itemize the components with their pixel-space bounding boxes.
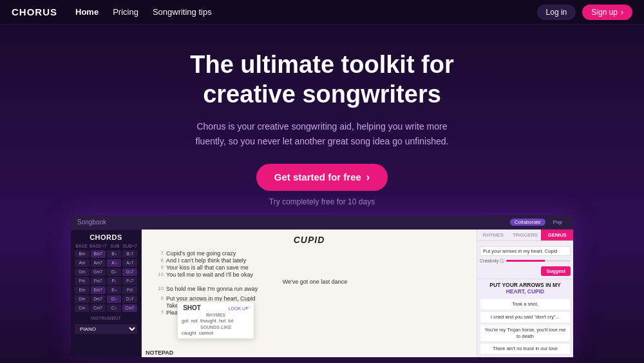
ai-suggestion-item[interactable]: There ain't no truce in our love	[480, 343, 571, 355]
chord-cell[interactable]: Em7	[91, 286, 106, 294]
ai-creativity-control: Creativity ⓘ	[480, 258, 571, 264]
chord-cell[interactable]: Cm	[75, 304, 90, 312]
chord-cell[interactable]: B♭7	[122, 250, 137, 258]
rhymes-label: RHYMES	[182, 313, 250, 317]
lyric-line: 10 You tell me to wait and I'll be okay	[155, 271, 464, 278]
hero-description: Chorus is your creative songwriting aid,…	[187, 119, 457, 148]
ai-result-title: PUT YOUR ARROWS IN MY HEART, CUPID	[477, 279, 573, 297]
chord-cell[interactable]: Gm	[75, 268, 90, 276]
rhymes-list: got not thought hot lot	[182, 318, 250, 324]
chord-cell[interactable]: Fct	[122, 286, 137, 294]
ai-input-field[interactable]	[480, 246, 571, 256]
nav-link-pricing[interactable]: Pricing	[113, 7, 138, 17]
chord-cell[interactable]: E♭	[107, 286, 122, 294]
chord-cell[interactable]: A♭7	[122, 259, 137, 267]
chord-row: Bm Bm7 B♭ B♭7	[75, 250, 137, 258]
creativity-slider[interactable]	[506, 260, 571, 262]
preview-content-area: CHORDS BASE BASE+7 SUB SUB+7 Bm Bm7 B♭ B…	[71, 230, 573, 357]
chord-cell[interactable]: Dm	[75, 295, 90, 303]
lyric-line: We've got one last dance	[155, 279, 464, 285]
tooltip-word: SHOT Look up	[182, 304, 250, 311]
ai-tab-rhymes[interactable]: RHYMES	[477, 230, 509, 240]
chord-header-base: BASE	[75, 244, 88, 248]
lyric-line: 7 Cupid's got me going crazy	[155, 250, 464, 257]
nav-actions: Log in Sign up ›	[537, 5, 632, 20]
chord-cell[interactable]: B♭	[107, 250, 122, 258]
chord-cell[interactable]: Cm7	[91, 304, 106, 312]
chord-cell[interactable]: G♭	[107, 268, 122, 276]
cta-button[interactable]: Get started for free ›	[256, 164, 388, 191]
navbar: CHORUS Home Pricing Songwriting tips Log…	[0, 0, 644, 25]
songbook-label: Songbook	[77, 219, 106, 226]
instrument-select[interactable]: PIANO GUITAR	[75, 324, 137, 334]
ai-suggestion-item[interactable]: I cried and you said "don't cry"...	[480, 311, 571, 323]
lyrics-title: CUPID	[142, 230, 477, 248]
lyrics-panel: CUPID 7 Cupid's got me going crazy 8 And…	[142, 230, 477, 357]
chord-cell[interactable]: D♭7	[122, 295, 137, 303]
notepad-label: NOTEPAD	[142, 348, 177, 357]
chord-row: Am Am7 A♭ A♭7	[75, 259, 137, 267]
pop-badge[interactable]: Pop	[549, 219, 567, 226]
lyric-line: 8 And I can't help think that lately	[155, 257, 464, 264]
word-tooltip: SHOT Look up RHYMES got not thought hot …	[177, 301, 254, 339]
chord-cell[interactable]: Bm7	[91, 250, 106, 258]
chord-cell[interactable]: A♭	[107, 259, 122, 267]
ai-tabs: RHYMES TRIGGERS GENIUS	[477, 230, 573, 241]
ai-suggestion-item[interactable]: You're my Trojan horse, you'll love me t…	[480, 324, 571, 342]
chord-cell[interactable]: D♭	[107, 295, 122, 303]
login-button[interactable]: Log in	[537, 5, 576, 20]
ai-suggestion-item[interactable]: Shot me up and away into the starry nigh…	[480, 356, 571, 357]
chord-cell[interactable]: Cm7	[122, 304, 137, 312]
nav-links: Home Pricing Songwriting tips	[75, 7, 537, 17]
suggest-button[interactable]: Suggest	[541, 266, 571, 276]
chord-row: Gm Gm7 G♭ G♭7	[75, 268, 137, 276]
chord-cell[interactable]: C♭	[107, 304, 122, 312]
ai-tab-genius[interactable]: GENIUS	[541, 230, 573, 240]
chord-row: Cm Cm7 C♭ Cm7	[75, 304, 137, 312]
chord-header-sub: SUB	[108, 244, 122, 248]
creativity-label: Creativity ⓘ	[480, 258, 504, 264]
nav-link-songwriting[interactable]: Songwriting tips	[153, 7, 212, 17]
nav-link-home[interactable]: Home	[75, 7, 99, 17]
logo: CHORUS	[12, 6, 57, 17]
sounds-like-label: SOUNDS LIKE	[182, 325, 250, 329]
signup-button[interactable]: Sign up ›	[582, 5, 632, 20]
chord-cell[interactable]: Dm7	[91, 295, 106, 303]
instrument-section: INSTRUMENT PIANO GUITAR	[75, 316, 137, 334]
chord-cell[interactable]: Am7	[91, 259, 106, 267]
chord-row: Em Em7 E♭ Fct	[75, 286, 137, 294]
hero-section: The ultimate toolkit for creative songwr…	[0, 25, 644, 363]
chord-cell[interactable]: Am	[75, 259, 90, 267]
ai-suggestions-list: Took a shot, I cried and you said "don't…	[477, 297, 573, 357]
cta-arrow-icon: ›	[366, 172, 370, 183]
chords-panel: CHORDS BASE BASE+7 SUB SUB+7 Bm Bm7 B♭ B…	[71, 230, 142, 357]
lyric-line: 10 So hold me like I'm gonna run away	[155, 286, 464, 292]
ai-panel: RHYMES TRIGGERS GENIUS Creativity ⓘ Sugg…	[477, 230, 573, 357]
sounds-like-list: caught cannot	[182, 330, 250, 336]
chord-cell[interactable]: Fm7	[91, 277, 106, 285]
tooltip-lookup[interactable]: Look up	[229, 306, 249, 311]
ai-input-area: Creativity ⓘ Suggest	[477, 241, 573, 279]
chord-row: Dm Dm7 D♭ D♭7	[75, 295, 137, 303]
lyric-line: 9 Your kiss is all that can save me	[155, 264, 464, 271]
chords-title: CHORDS	[75, 233, 137, 241]
chord-header-base7: BASE+7	[90, 244, 107, 248]
ai-tab-triggers[interactable]: TRIGGERS	[509, 230, 542, 240]
chord-cell[interactable]: F♭	[107, 277, 122, 285]
chord-cell[interactable]: F♭7	[122, 277, 137, 285]
cta-label: Get started for free	[274, 172, 361, 182]
preview-topbar: Songbook Collaborate Pop	[71, 215, 573, 230]
chord-headers: BASE BASE+7 SUB SUB+7	[75, 244, 137, 248]
chord-cell[interactable]: Bm	[75, 250, 90, 258]
chord-cell[interactable]: Em	[75, 286, 90, 294]
chord-cell[interactable]: G♭7	[122, 268, 137, 276]
app-preview: Songbook Collaborate Pop CHORDS BASE BAS…	[71, 215, 573, 357]
chord-row: Fm Fm7 F♭ F♭7	[75, 277, 137, 285]
chord-cell[interactable]: Fm	[75, 277, 90, 285]
ai-suggestion-item[interactable]: Took a shot,	[480, 299, 571, 310]
collaborate-badge[interactable]: Collaborate	[510, 219, 545, 226]
trial-note: Try completely free for 10 days	[13, 197, 631, 206]
instrument-label: INSTRUMENT	[75, 316, 137, 320]
chord-header-sub7: SUB+7	[123, 244, 137, 248]
chord-cell[interactable]: Gm7	[91, 268, 106, 276]
